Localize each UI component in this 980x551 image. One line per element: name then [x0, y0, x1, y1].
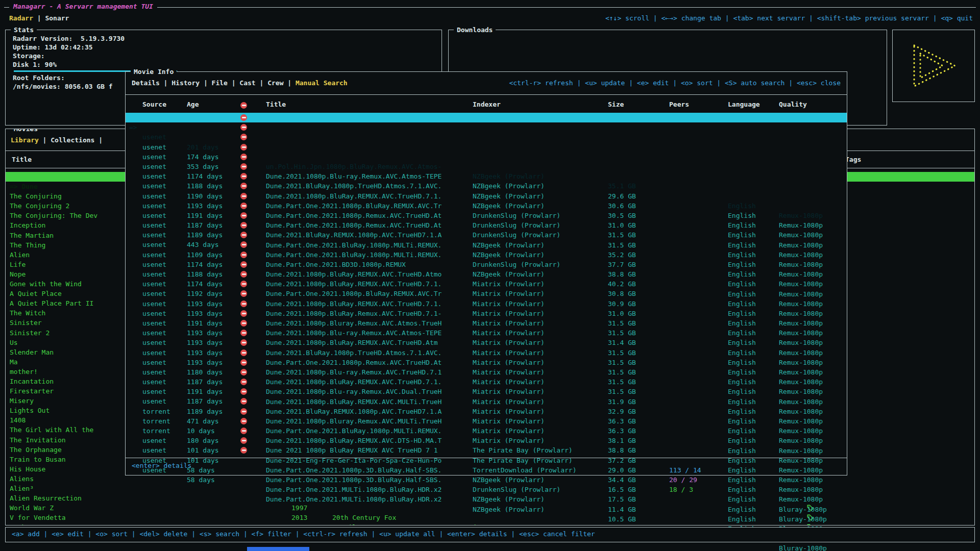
- no-entry-icon: [240, 163, 247, 170]
- tab-sonarr[interactable]: Sonarr: [45, 14, 69, 22]
- release-row[interactable]: torrent 180 days Dune-2021-Eng-Fre-Ger-I…: [126, 407, 847, 416]
- modal-tabs-divider: [126, 94, 847, 95]
- release-row[interactable]: usenet 1191 days Dune.2021.1080p.BluRay.…: [126, 289, 847, 298]
- tab-library[interactable]: Library: [11, 136, 39, 144]
- release-title: Dune.Part.One.2021.1080p.3D.BluRay.Half-…: [266, 465, 442, 475]
- release-row[interactable]: usenet 1193 days Dune.Part.One.2021.1080…: [126, 309, 847, 318]
- no-entry-icon: [240, 418, 247, 424]
- tab-crew[interactable]: Crew: [267, 79, 283, 87]
- peers-column-header: Peers: [669, 101, 689, 108]
- release-row[interactable]: usenet 1109 days Dune.2021.1080p.BluRay.…: [126, 220, 847, 230]
- release-row[interactable]: usenet 1191 days Dune.2021.BluRay.REMUX.…: [126, 181, 847, 191]
- release-quality: Remux-1080p: [779, 456, 823, 465]
- release-row[interactable]: usenet 1193 days Dune.2021.BluRay.1080p.…: [126, 299, 847, 309]
- release-row[interactable]: usenet 101 days Dune.Part.One.2021.1080p…: [126, 416, 847, 426]
- release-size: 17.5 GB: [608, 494, 636, 504]
- release-row[interactable]: usenet 1188 days Dune.Part.One.2021.1080…: [126, 152, 847, 162]
- language-column-header: Language: [728, 101, 760, 108]
- movie-runtime: 1h 49m: [470, 522, 494, 525]
- no-entry-icon: [240, 428, 247, 434]
- release-row[interactable]: usenet 1187 days Dune.Part.One.2021.BluR…: [126, 191, 847, 201]
- release-row[interactable]: usenet 1193 days Dune.2021.1080p.Bluray.…: [126, 269, 847, 279]
- tab-cast[interactable]: Cast: [239, 79, 255, 87]
- release-row[interactable]: usenet 101 days Dune.Part.One.2021.1080p…: [126, 426, 847, 436]
- no-entry-icon: [240, 241, 247, 248]
- quality-column-header: Quality: [779, 101, 807, 108]
- no-entry-icon: [240, 144, 247, 151]
- release-row[interactable]: usenet 1193 days Dune.2021.1080p.BluRay.…: [126, 328, 847, 338]
- release-row[interactable]: usenet 1174 days Dune.2021.1080p.BluRay.…: [126, 250, 847, 260]
- release-row[interactable]: usenet 1189 days Dune.Part.One.2021.BluR…: [126, 201, 847, 211]
- release-row[interactable]: usenet 1187 days Dune.2021.1080p.Bluray.…: [126, 367, 847, 377]
- release-size: 34.4 GB: [608, 475, 636, 485]
- tab-history[interactable]: History: [172, 79, 200, 87]
- no-entry-icon: [240, 300, 247, 307]
- release-row[interactable]: usenet 1189 days Dune.Part.One.2021.BluR…: [126, 377, 847, 387]
- release-row[interactable]: torrent 10 days Dune 2021 1080p BluRay R…: [126, 396, 847, 406]
- title-column-header: Title: [12, 156, 32, 163]
- release-row[interactable]: usenet 353 days Dune.2021.BluRay.1080p.T…: [126, 132, 847, 142]
- indexer-column-header: Indexer: [473, 101, 501, 108]
- release-quality: Bluray-1080p: [779, 543, 827, 551]
- no-entry-icon: [240, 271, 247, 278]
- tab-radarr[interactable]: Radarr: [9, 14, 33, 22]
- uptime: Uptime: 13d 02:42:35: [13, 43, 436, 52]
- tab-separator: |: [160, 79, 172, 87]
- release-quality: Remux-1080p: [779, 475, 823, 485]
- release-row[interactable]: usenet 1180 days Dune.2021.1080p.Blu-ray…: [126, 338, 847, 347]
- no-entry-icon: [240, 124, 247, 131]
- release-row[interactable]: usenet 58 days Dune.Part.One.2021.MULTi.…: [126, 436, 847, 445]
- release-quality: Bluray-1080p: [779, 514, 827, 524]
- managarr-play-logo-icon: [903, 39, 964, 92]
- release-row[interactable]: usenet 1187 days Dune.2021.1080p.BluRay.…: [126, 348, 847, 358]
- tab-separator: |: [39, 136, 51, 144]
- size-column-header: Size: [608, 101, 624, 108]
- release-row[interactable]: usenet 1193 days Dune.Part.One.2021.1080…: [126, 171, 847, 181]
- no-entry-icon: [240, 212, 247, 219]
- no-entry-icon: [240, 222, 247, 229]
- release-row[interactable]: => usenet 201 days un.Pol.Hin.Jpn.1080p.…: [126, 113, 847, 122]
- movie-title-text: Tombstone: [10, 523, 45, 525]
- no-entry-icon: [240, 330, 247, 336]
- release-peers: 113 / 14: [669, 465, 701, 475]
- release-peers: 20 / 29: [669, 475, 697, 485]
- release-row[interactable]: usenet 1190 days Dune.Part.One.2021.1080…: [126, 162, 847, 171]
- release-row[interactable]: usenet 1174 days Dune.2021.1080p.BluRay.…: [126, 230, 847, 240]
- release-row[interactable]: usenet 1193 days Dune.2021.1080p.Blu-ray…: [126, 279, 847, 289]
- movie-year: 2006: [291, 522, 307, 525]
- tab-file[interactable]: File: [212, 79, 228, 87]
- no-entry-icon: [240, 290, 247, 297]
- release-language: English: [728, 514, 756, 524]
- no-entry-icon: [240, 349, 247, 356]
- no-entry-icon: [240, 102, 247, 109]
- taskbar-fragment: [247, 547, 309, 551]
- tab-details[interactable]: Details: [132, 79, 160, 87]
- no-entry-icon: [240, 447, 247, 454]
- release-row[interactable]: torrent 471 days Dune.2021.1080p.BluRay.…: [126, 387, 847, 396]
- tab-separator: |: [33, 14, 45, 22]
- release-row[interactable]: usenet 1193 days Dune.2021.1080p.Blu-ray…: [126, 318, 847, 328]
- release-title: Dune-2021-Eng-Fre-Ger-Ita-Por-Spa-Cze-Hu…: [266, 456, 442, 465]
- release-row[interactable]: usenet 1174 days Dune.2021.1080p.BluRay.…: [126, 142, 847, 152]
- release-row[interactable]: usenet 443 days Dune.Part.One.2021.BD3D.…: [126, 211, 847, 220]
- release-row[interactable]: usenet 1188 days Dune.Part.One.2021.1080…: [126, 240, 847, 249]
- no-entry-icon: [240, 320, 247, 327]
- tab-collections[interactable]: Collections: [51, 136, 94, 144]
- release-title-column-header: Title: [266, 101, 286, 108]
- managarr-terminal: Managarr - A Servarr management TUI Rada…: [0, 0, 980, 551]
- release-size: 10.5 GB: [608, 514, 636, 524]
- release-row[interactable]: usenet 174 days Dune.2021.1080p.Blu-ray.…: [126, 122, 847, 132]
- release-language: English: [728, 465, 756, 475]
- no-entry-icon: [240, 183, 247, 189]
- release-indexer: NZBgeek (Prowlarr): [473, 494, 545, 504]
- release-row[interactable]: usenet 1191 days Dune.2021.BluRay.REMUX.…: [126, 358, 847, 367]
- no-entry-icon: [240, 193, 247, 199]
- tab-manual-search[interactable]: Manual Search: [296, 79, 348, 87]
- no-entry-icon: [240, 232, 247, 238]
- tab-separator-trailing: |: [94, 136, 103, 144]
- release-row[interactable]: usenet 1192 days Dune.2021.1080p.BluRay.…: [126, 260, 847, 269]
- manual-search-table-header: Source Age Title Indexer Size Peers Lang…: [126, 101, 847, 110]
- tab-separator: |: [256, 79, 267, 87]
- logo-panel: [892, 30, 975, 102]
- release-row[interactable]: usenet 58 days Dune.Part.One.2021.MULTi.…: [126, 445, 847, 455]
